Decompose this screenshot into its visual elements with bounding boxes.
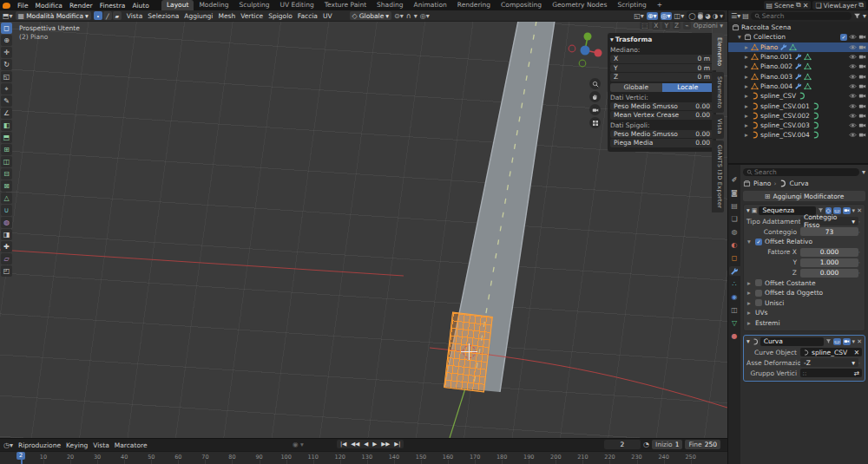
timeline-editor-icon[interactable]: ◷▾ [3, 441, 13, 449]
playback-button-2[interactable]: ◀ [362, 440, 370, 448]
blender-logo-icon[interactable] [3, 3, 10, 9]
menu-aiuto[interactable]: Aiuto [128, 2, 153, 10]
fit-type-dropdown[interactable]: Conteggio Fisso▾ [800, 217, 858, 225]
expand-icon[interactable]: ▸ [747, 279, 753, 287]
workspace-tab-animation[interactable]: Animation [409, 0, 452, 10]
playback-button-5[interactable]: ▶| [392, 440, 402, 448]
playback-button-4[interactable]: ▶▶ [379, 440, 391, 448]
collapsed-section-estremi[interactable]: ▸Estremi [744, 318, 865, 329]
mirror-z-toggle[interactable]: Z [673, 22, 681, 29]
tool-shrink-fatten[interactable]: ✚ [1, 241, 12, 252]
workspace-tab-geometry-nodes[interactable]: Geometry Nodes [547, 0, 612, 10]
workspace-tab-compositing[interactable]: Compositing [496, 0, 547, 10]
edge-select-button[interactable]: ╱ [103, 11, 112, 20]
tool-shear[interactable]: ▱ [1, 253, 12, 265]
collapse-icon[interactable]: ▾ [746, 337, 750, 345]
outliner-row-scene-collection[interactable]: Raccolta Scena [728, 23, 868, 32]
n-panel-tab-giants-i3d-exporter[interactable]: GIANTS I3D Exporter [712, 141, 724, 212]
orientation-dropdown[interactable]: ◇ Globale ▾ [350, 11, 391, 20]
properties-search[interactable]: Search [743, 168, 859, 176]
modifier-extras-dropdown[interactable]: ▾ [852, 207, 856, 214]
tool-move[interactable]: ✛ [1, 47, 12, 58]
scene-selector[interactable]: ▤ Scene ⧉ ✕ [764, 1, 812, 10]
render-display-toggle[interactable] [843, 338, 851, 345]
tool-loop-cut[interactable]: ⊟ [1, 168, 12, 180]
tool-tweak[interactable]: ◻ [1, 23, 12, 34]
playhead[interactable]: 2 [16, 452, 25, 464]
local-button[interactable]: Locale [662, 83, 714, 92]
expand-icon[interactable]: ▸ [744, 62, 749, 70]
frame-start-field[interactable]: Inizio1 [652, 440, 682, 449]
workspace-tab-+[interactable]: + [652, 0, 667, 10]
options-dropdown[interactable]: Opzioni ▾ [694, 22, 723, 29]
playback-button-0[interactable]: |◀ [339, 440, 348, 448]
properties-tab-constraints[interactable]: ◫ [729, 305, 740, 315]
snap-symmetry-icon[interactable]: ⌁ [683, 22, 691, 29]
pivot-dropdown[interactable]: ⊙▾ [394, 12, 404, 20]
vertex-group-field[interactable]: ∷ ⇄ [800, 369, 862, 377]
outliner-row-piano.001[interactable]: ▸Piano.001 [728, 52, 868, 62]
n-panel-tab-elemento[interactable]: Elemento [712, 33, 724, 70]
outliner-row-collection[interactable]: ▾Collection✓ [728, 32, 868, 42]
menu-render[interactable]: Render [66, 2, 96, 10]
outliner-row-piano.004[interactable]: ▸Piano.004 [728, 82, 868, 91]
global-button[interactable]: Globale [610, 83, 662, 92]
outliner-row-spline_csv.002[interactable]: ▸spline_CSV.002 [728, 111, 868, 121]
factor-field[interactable]: 1.000 [800, 258, 858, 267]
shading-dropdown-icon[interactable]: ▾ [720, 12, 723, 20]
expand-icon[interactable]: ▸ [744, 82, 749, 90]
outliner-row-piano.002[interactable]: ▸Piano.002 [728, 62, 868, 71]
mirror-icon[interactable]: ⬚ [640, 22, 649, 29]
current-frame-field[interactable]: 2 [604, 440, 641, 449]
expand-icon[interactable]: ▸ [744, 53, 749, 61]
properties-tab-render[interactable]: ◙ [729, 188, 740, 198]
collection-checkbox[interactable]: ✓ [840, 34, 847, 41]
expand-icon[interactable]: ▸ [744, 73, 749, 81]
wireframe-shading-button[interactable]: ◯ [688, 12, 695, 20]
expand-icon[interactable]: ▸ [747, 289, 753, 297]
mirror-y-toggle[interactable]: Y [662, 22, 670, 29]
timeline-ruler[interactable]: 2 10203040506070809010011012013014015016… [0, 451, 727, 464]
editor-type-icon[interactable]: ⬒▾ [3, 12, 13, 20]
tool-cursor[interactable]: ⊕ [1, 35, 12, 46]
collapsed-section-offset-costante[interactable]: ▸Offset Costante [744, 278, 865, 289]
overlays-dropdown[interactable]: ◎▾ [661, 12, 672, 20]
median-y[interactable]: Y0 m [610, 64, 713, 73]
properties-tab-world[interactable]: ◐ [729, 240, 740, 250]
playback-button-1[interactable]: ◀◀ [349, 440, 361, 448]
count-field[interactable]: 73 [800, 227, 858, 236]
tool-add-cube[interactable]: ◧ [1, 120, 12, 131]
collapsed-section-uvs[interactable]: ▸UVs [744, 308, 865, 318]
viewport-menu-aggiungi[interactable]: Aggiungi [181, 12, 215, 20]
face-select-button[interactable]: ▰ [113, 11, 122, 20]
gizmo-dropdown[interactable]: ⊕▾ [647, 12, 658, 20]
workspace-tab-scripting[interactable]: Scripting [612, 0, 651, 10]
outliner-row-spline_csv.004[interactable]: ▸spline_CSV.004 [728, 130, 868, 140]
timeline-menu-vista[interactable]: Vista [90, 441, 112, 449]
rendered-shading-button[interactable]: ◑ [713, 12, 719, 20]
edge-data-row-0[interactable]: Peso Medio Smusso0.00 [610, 130, 713, 139]
collapsed-section-offset-da-oggetto[interactable]: ▸Offset da Oggetto [744, 288, 865, 298]
outliner-filter-dropdown[interactable]: ▾ [863, 12, 866, 20]
n-panel-tab-strumento[interactable]: Strumento [712, 72, 724, 113]
section-checkbox[interactable] [755, 279, 762, 286]
properties-tab-tool[interactable]: ✐ [729, 175, 740, 185]
snap-target-dropdown[interactable]: ▾ [414, 12, 418, 20]
tool-transform[interactable]: ⌖ [1, 83, 12, 95]
clear-icon[interactable]: ✕ [854, 349, 859, 356]
frame-end-field[interactable]: Fine250 [685, 440, 720, 449]
timeline-menu-riproduzione[interactable]: Riproduzione [16, 441, 63, 449]
properties-tab-output[interactable]: ▤ [729, 201, 740, 211]
zoom-button[interactable] [589, 78, 601, 89]
expand-icon[interactable]: ▾ [737, 33, 742, 41]
properties-tab-physics[interactable]: ◉ [729, 292, 740, 302]
viewport-menu-seleziona[interactable]: Seleziona [145, 12, 181, 20]
vertex-select-button[interactable]: ∙ [94, 11, 102, 20]
outliner-search[interactable]: Search [751, 12, 852, 20]
menu-modifica[interactable]: Modifica [32, 2, 66, 10]
offset-relative-checkbox[interactable]: ✓ [755, 239, 762, 245]
realtime-display-toggle[interactable]: ▭ [833, 338, 841, 345]
tool-bevel[interactable]: ◫ [1, 156, 12, 167]
workspace-tab-shading[interactable]: Shading [372, 0, 408, 10]
collapse-icon[interactable]: ▾ [747, 238, 753, 245]
